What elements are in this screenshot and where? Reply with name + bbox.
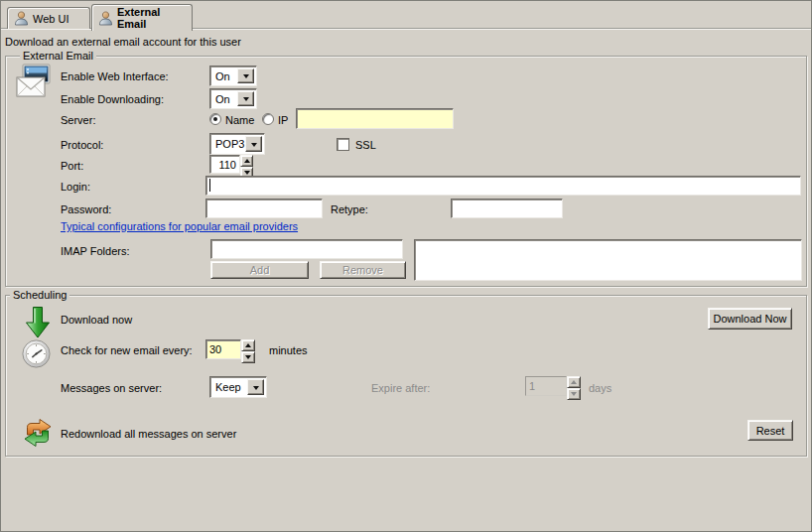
chevron-down-icon (253, 386, 259, 393)
expire-days-spinner (567, 376, 581, 396)
messages-on-server-label: Messages on server: (61, 381, 162, 395)
tab-web-ui[interactable]: Web UI (7, 7, 90, 29)
protocol-dropdown-button[interactable] (245, 136, 262, 152)
server-input[interactable] (296, 108, 454, 129)
text-caret (209, 179, 210, 192)
port-input[interactable] (209, 155, 240, 174)
messages-dropdown-button[interactable] (247, 379, 264, 395)
protocol-label: Protocol: (61, 138, 103, 152)
typical-configurations-link[interactable]: Typical configurations for popular email… (61, 220, 298, 232)
chevron-down-icon (243, 74, 249, 81)
reset-button[interactable]: Reset (747, 420, 793, 441)
messages-on-server-select[interactable]: Keep (209, 376, 267, 398)
server-ip-radio[interactable] (262, 113, 274, 125)
enable-downloading-dropdown-button[interactable] (237, 91, 254, 106)
remove-folder-button-label: Remove (342, 264, 383, 276)
ssl-checkbox-label[interactable]: SSL (355, 138, 376, 152)
clock-icon (22, 339, 51, 370)
add-folder-button: Add (210, 261, 309, 279)
chevron-down-icon (243, 97, 249, 104)
enable-web-interface-select[interactable]: On (209, 66, 257, 86)
port-label: Port: (61, 159, 83, 173)
expire-after-label: Expire after: (371, 381, 430, 395)
port-spin-up-button[interactable] (240, 155, 253, 167)
expire-spin-down-button (567, 388, 581, 400)
imap-folder-input[interactable] (210, 239, 403, 259)
spin-up-icon (245, 340, 251, 347)
check-interval-label: Check for new email every: (61, 343, 193, 357)
login-label: Login: (61, 180, 90, 194)
protocol-value: POP3 (215, 138, 244, 150)
retype-password-input[interactable] (451, 199, 563, 218)
retype-label: Retype: (331, 202, 368, 216)
port-spinner (240, 155, 253, 174)
tab-web-ui-label: Web UI (33, 13, 68, 25)
server-ip-radio-label[interactable]: IP (278, 113, 288, 127)
expire-spin-up-button (567, 376, 581, 388)
download-now-button-label: Download Now (714, 313, 787, 325)
check-interval-input[interactable] (205, 339, 241, 359)
reset-button-label: Reset (756, 425, 785, 437)
remove-folder-button: Remove (320, 261, 406, 279)
external-email-group-title: External Email (20, 50, 96, 63)
spin-down-icon (245, 355, 251, 362)
interval-spin-up-button[interactable] (241, 339, 255, 351)
expire-days-unit: days (589, 381, 611, 395)
spin-up-icon (571, 377, 577, 384)
enable-downloading-label: Enable Downloading: (61, 92, 164, 106)
external-email-settings-window: Web UI External Email Download an extern… (0, 0, 812, 532)
chevron-down-icon (251, 143, 257, 150)
green-down-arrow-icon (25, 306, 51, 341)
protocol-select[interactable]: POP3 (209, 133, 265, 155)
spin-up-icon (244, 156, 250, 163)
password-label: Password: (61, 202, 111, 216)
interval-spin-down-button[interactable] (241, 351, 255, 363)
server-label: Server: (61, 113, 95, 127)
server-name-radio[interactable] (209, 113, 221, 125)
check-interval-unit: minutes (269, 343, 308, 357)
enable-web-interface-value: On (215, 70, 230, 82)
imap-folders-listbox[interactable] (414, 239, 802, 281)
enable-downloading-value: On (215, 93, 230, 105)
download-now-label: Download now (61, 313, 132, 327)
ssl-checkbox[interactable] (337, 138, 349, 151)
server-name-radio-label[interactable]: Name (225, 113, 254, 127)
login-input[interactable] (205, 176, 801, 196)
tab-external-email[interactable]: External Email (91, 4, 193, 31)
page-description: Download an external email account for t… (5, 35, 241, 49)
enable-downloading-select[interactable]: On (209, 88, 257, 109)
imap-folders-label: IMAP Folders: (61, 244, 130, 258)
expire-days-input (525, 376, 567, 396)
email-account-icon (15, 63, 53, 102)
messages-on-server-value: Keep (215, 381, 241, 393)
redownload-label: Redownload all messages on server (61, 427, 236, 441)
redownload-loop-icon (23, 418, 53, 450)
add-folder-button-label: Add (250, 264, 270, 276)
user-icon (14, 11, 29, 26)
radio-selected-dot (213, 117, 217, 121)
spin-down-icon (571, 392, 577, 399)
enable-web-interface-label: Enable Web Interface: (61, 69, 169, 83)
enable-web-interface-dropdown-button[interactable] (237, 68, 254, 83)
password-input[interactable] (205, 199, 323, 218)
download-now-button[interactable]: Download Now (708, 308, 792, 330)
user-icon (98, 11, 113, 26)
check-interval-spinner (241, 339, 255, 359)
tab-external-email-label: External Email (117, 6, 186, 30)
scheduling-group-title: Scheduling (10, 289, 69, 302)
